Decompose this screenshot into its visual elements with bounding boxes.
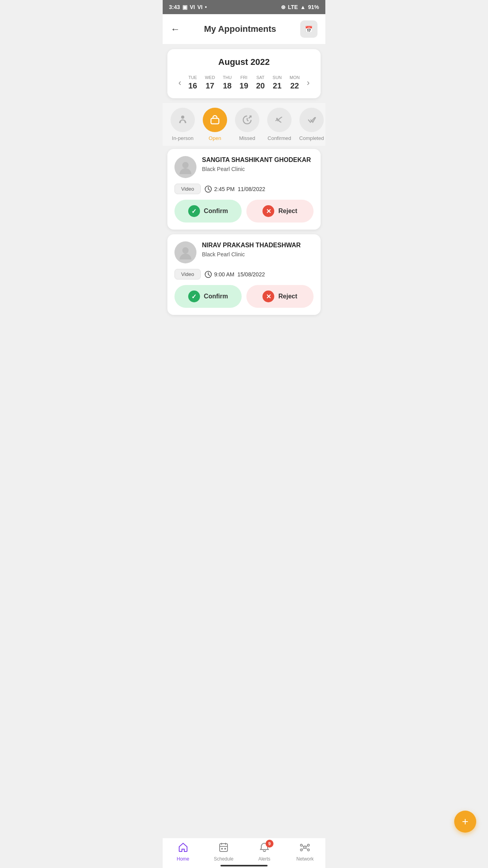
confirm-label: Confirm: [204, 208, 228, 215]
filter-label: In-person: [172, 135, 194, 141]
patient-avatar: [174, 156, 196, 178]
appointment-meta: Video 2:45 PM 11/08/2022: [174, 184, 314, 194]
appointment-header: NIRAV PRAKASH THADESHWAR Black Pearl Cli…: [174, 241, 314, 263]
open-icon: [203, 108, 227, 132]
day-label: WED: [205, 75, 215, 80]
calendar-day[interactable]: MON 22: [290, 75, 300, 90]
next-week-button[interactable]: ›: [304, 76, 313, 90]
filter-missed[interactable]: Missed: [233, 108, 261, 141]
calendar-day[interactable]: WED 17: [205, 75, 215, 90]
day-label: SUN: [273, 75, 282, 80]
confirm-label: Confirm: [204, 293, 228, 300]
dot-indicator: •: [205, 4, 207, 10]
appointment-type-badge: Video: [174, 269, 201, 280]
back-button[interactable]: ←: [171, 24, 180, 35]
day-number: 22: [290, 81, 299, 90]
appointment-card: NIRAV PRAKASH THADESHWAR Black Pearl Cli…: [167, 234, 321, 315]
app-header: ← My Appointments 📅: [163, 14, 325, 44]
filter-label: Completed: [299, 135, 324, 141]
calendar-day[interactable]: SAT 20: [256, 75, 265, 90]
calendar-button[interactable]: 📅: [300, 20, 317, 38]
appointment-actions: ✓ Confirm ✕ Reject: [174, 285, 314, 308]
appointment-header: SANGITA SHASHIKANT GHODEKAR Black Pearl …: [174, 156, 314, 178]
clock-icon: [205, 271, 212, 278]
missed-icon: [235, 108, 259, 132]
reject-button[interactable]: ✕ Reject: [246, 200, 314, 223]
day-label: FRI: [240, 75, 248, 80]
reject-label: Reject: [278, 208, 297, 215]
network-label: LTE: [288, 4, 298, 10]
bluetooth-icon: ⊛: [281, 4, 286, 10]
clinic-name: Black Pearl Clinic: [202, 251, 314, 257]
sim2-icon: VI: [190, 4, 195, 10]
clock-icon: [205, 186, 212, 193]
filter-label: Open: [209, 135, 221, 141]
filter-open[interactable]: Open: [201, 108, 229, 141]
completed-icon: [299, 108, 324, 132]
day-number: 19: [240, 81, 248, 90]
filter-tabs: In-person Open Missed Confirmed Complete…: [163, 103, 325, 146]
appointment-type-badge: Video: [174, 184, 201, 194]
prev-week-button[interactable]: ‹: [175, 76, 184, 90]
signal-icon: ▲: [300, 4, 306, 10]
day-number: 17: [205, 81, 214, 90]
svg-rect-3: [211, 118, 219, 124]
day-number: 21: [273, 81, 281, 90]
svg-point-7: [182, 247, 189, 254]
time-display: 3:43: [169, 4, 180, 10]
appointment-info: SANGITA SHASHIKANT GHODEKAR Black Pearl …: [202, 156, 314, 172]
appointment-card: SANGITA SHASHIKANT GHODEKAR Black Pearl …: [167, 149, 321, 230]
appointment-time: 9:00 AM 15/08/2022: [205, 271, 265, 278]
day-label: TUE: [188, 75, 197, 80]
reject-button[interactable]: ✕ Reject: [246, 285, 314, 308]
status-bar: 3:43 ▣ VI VI • ⊛ LTE ▲ 91%: [163, 0, 325, 14]
patient-avatar: [174, 241, 196, 263]
page-title: My Appointments: [204, 24, 276, 34]
sim-icon: ▣: [182, 4, 187, 10]
reject-x-icon: ✕: [262, 205, 274, 217]
confirm-button[interactable]: ✓ Confirm: [174, 200, 242, 223]
filter-completed[interactable]: Completed: [298, 108, 325, 141]
appointment-info: NIRAV PRAKASH THADESHWAR Black Pearl Cli…: [202, 241, 314, 257]
calendar-day[interactable]: THU 18: [223, 75, 232, 90]
battery-display: 91%: [308, 4, 319, 10]
calendar-month: August 2022: [175, 57, 313, 67]
day-label: SAT: [257, 75, 265, 80]
calendar-day[interactable]: TUE 16: [188, 75, 197, 90]
calendar-day[interactable]: SUN 21: [273, 75, 282, 90]
clinic-name: Black Pearl Clinic: [202, 166, 314, 172]
confirm-button[interactable]: ✓ Confirm: [174, 285, 242, 308]
reject-label: Reject: [278, 293, 297, 300]
patient-name: SANGITA SHASHIKANT GHODEKAR: [202, 156, 314, 164]
filter-label: Confirmed: [268, 135, 291, 141]
patient-name: NIRAV PRAKASH THADESHWAR: [202, 241, 314, 250]
day-number: 18: [223, 81, 231, 90]
day-number: 16: [188, 81, 197, 90]
day-label: MON: [290, 75, 300, 80]
filter-label: Missed: [239, 135, 255, 141]
confirm-checkmark-icon: ✓: [188, 205, 200, 217]
confirm-checkmark-icon: ✓: [188, 291, 200, 302]
day-number: 20: [256, 81, 265, 90]
calendar-card: August 2022 ‹ TUE 16 WED 17 THU 18 FRI 1…: [167, 49, 321, 98]
calendar-day[interactable]: FRI 19: [240, 75, 248, 90]
day-label: THU: [223, 75, 232, 80]
svg-point-5: [182, 162, 189, 168]
appointment-meta: Video 9:00 AM 15/08/2022: [174, 269, 314, 280]
appointments-list: SANGITA SHASHIKANT GHODEKAR Black Pearl …: [163, 146, 325, 346]
calendar-icon: 📅: [305, 26, 313, 33]
filter-in-person[interactable]: In-person: [169, 108, 196, 141]
sim3-icon: VI: [197, 4, 202, 10]
in-person-icon: [171, 108, 195, 132]
calendar-week: ‹ TUE 16 WED 17 THU 18 FRI 19 SAT 20 SUN…: [175, 75, 313, 90]
filter-confirmed[interactable]: Confirmed: [266, 108, 293, 141]
appointment-time: 2:45 PM 11/08/2022: [205, 186, 265, 193]
confirmed-icon: [267, 108, 292, 132]
svg-point-0: [181, 116, 184, 119]
reject-x-icon: ✕: [262, 291, 274, 302]
appointment-actions: ✓ Confirm ✕ Reject: [174, 200, 314, 223]
